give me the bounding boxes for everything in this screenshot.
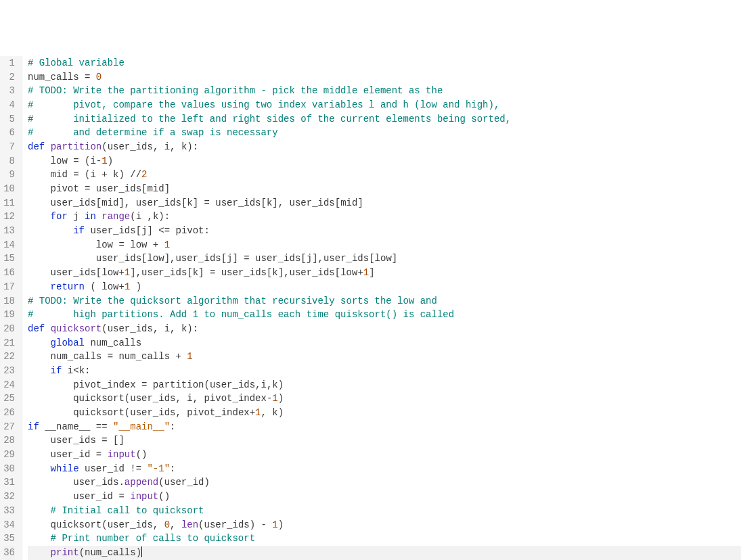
token-op: [ [96, 267, 102, 278]
token-op: ] <= [147, 225, 175, 236]
token-op: ) [278, 393, 284, 404]
token-id [28, 547, 51, 558]
token-op: , [261, 407, 273, 418]
token-op: + [357, 267, 363, 278]
line-number: 5 [3, 112, 15, 126]
code-line: num_calls = 0 [28, 70, 741, 85]
token-kw: def [28, 323, 45, 334]
token-num: 1 [272, 519, 277, 530]
token-func: print [51, 547, 79, 558]
token-id: user_ids [210, 379, 255, 390]
token-id [45, 323, 50, 334]
code-line: # TODO: Write the partitioning algorithm… [28, 84, 741, 98]
line-number: 36 [3, 546, 15, 560]
line-number: 34 [3, 518, 15, 532]
token-op: = [108, 351, 113, 362]
token-op: ( [79, 547, 85, 558]
line-number: 18 [3, 294, 15, 308]
token-id: user_ids [290, 197, 335, 208]
token-op: ( [102, 141, 107, 152]
code-line: while user_id != "-1": [28, 462, 741, 476]
line-number: 3 [3, 84, 15, 98]
line-number: 35 [3, 532, 15, 546]
token-op: ) [278, 379, 284, 390]
token-id: low [147, 253, 164, 264]
token-id: user_ids [141, 267, 187, 278]
token-kw: for [51, 211, 68, 222]
token-id: num_calls [28, 72, 85, 83]
token-id: low [340, 267, 357, 278]
token-op: ( [204, 379, 209, 390]
token-id: partition [153, 379, 204, 390]
token-op: ], [130, 267, 141, 278]
text-cursor [141, 546, 142, 557]
token-id: user_ids [28, 477, 118, 488]
token-id: low [130, 239, 153, 250]
line-number: 11 [3, 196, 15, 210]
code-editor: 1234567891011121314151617181920212223242… [0, 56, 741, 560]
code-line: def partition(user_ids, i, k): [28, 140, 741, 154]
token-id: i [187, 393, 192, 404]
token-id: user_id [28, 491, 118, 502]
code-area[interactable]: # Global variablenum_calls = 0# TODO: Wr… [22, 56, 741, 560]
token-op: ): [158, 211, 170, 222]
token-op: + [153, 239, 164, 250]
token-op: ], [272, 197, 289, 208]
token-op: = [96, 449, 108, 460]
token-op: = [141, 379, 153, 390]
token-id: user_ids [136, 197, 181, 208]
token-func: quicksort [51, 323, 102, 334]
token-id: user_ids [108, 141, 153, 152]
token-op: ) [130, 281, 141, 292]
line-number: 27 [3, 420, 15, 434]
token-op: , [175, 393, 187, 404]
token-id [28, 337, 51, 348]
code-line: if user_ids[j] <= pivot: [28, 224, 741, 238]
token-id: i [136, 211, 148, 222]
line-number: 30 [3, 462, 15, 476]
line-number: 9 [3, 168, 15, 182]
line-number: 32 [3, 490, 15, 504]
token-op: ], [164, 253, 176, 264]
token-comment: # pivot, compare the values using two in… [28, 99, 499, 110]
token-kw: if [28, 421, 39, 432]
token-op: [ [136, 225, 141, 236]
token-num: 1 [363, 267, 369, 278]
token-id: __name__ [39, 421, 96, 432]
token-op: [ [261, 197, 267, 208]
token-num: 1 [125, 267, 130, 278]
token-id: pivot [28, 183, 85, 194]
token-func: partition [51, 141, 102, 152]
token-op: = [85, 72, 96, 83]
token-id: k [272, 407, 277, 418]
token-op: ( [85, 281, 102, 292]
token-id: i [164, 323, 170, 334]
code-line: # and determine if a swap is necessary [28, 126, 741, 140]
token-comment: # initialized to the left and right side… [28, 114, 511, 124]
token-op: , [255, 379, 261, 390]
token-op: [ [335, 197, 340, 208]
token-id: user_ids [96, 183, 141, 194]
line-number: 15 [3, 252, 15, 266]
token-op: [ [300, 253, 306, 264]
token-kw: if [73, 225, 85, 236]
token-op: ) [108, 156, 113, 166]
code-line: user_ids[mid], user_ids[k] = user_ids[k]… [28, 196, 741, 210]
token-op: ( [125, 407, 130, 418]
token-id: pivot_index [204, 393, 266, 404]
token-id: num_calls [113, 351, 175, 362]
token-func: len [181, 519, 198, 530]
token-id: user_ids [255, 253, 300, 264]
token-op: = [118, 239, 130, 250]
token-kw: return [51, 281, 85, 292]
code-line: if __name__ == "__main__": [28, 420, 741, 434]
line-number: 6 [3, 126, 15, 140]
token-id: j [68, 211, 85, 222]
token-op: + [102, 169, 113, 180]
code-line: # Global variable [28, 56, 741, 70]
token-func: input [108, 449, 136, 460]
token-id: num_calls [85, 547, 136, 558]
token-op: , [148, 211, 153, 222]
code-line: user_id = input() [28, 448, 741, 462]
code-line: pivot = user_ids[mid] [28, 182, 741, 196]
